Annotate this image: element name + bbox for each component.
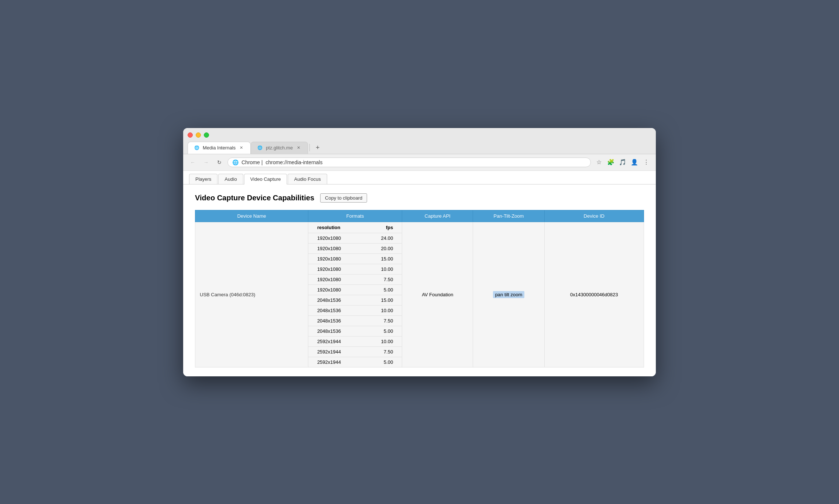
col-header-capture-api: Capture API: [402, 210, 473, 222]
format-cell: 1920x108024.00: [308, 233, 402, 243]
media-button[interactable]: 🎵: [617, 157, 628, 168]
tab-close-ptz[interactable]: ✕: [296, 145, 302, 151]
tab-audio[interactable]: Audio: [218, 174, 243, 184]
format-cell: 1920x108015.00: [308, 253, 402, 264]
format-cell: 1920x108020.00: [308, 243, 402, 253]
format-cell: 1920x10807.50: [308, 274, 402, 284]
format-cell: 2592x19447.50: [308, 346, 402, 357]
format-cell: 2592x19445.00: [308, 357, 402, 367]
page-content: Players Audio Video Capture Audio Focus …: [183, 171, 656, 376]
format-cell: 2048x153615.00: [308, 295, 402, 305]
device-name-cell: USB Camera (046d:0823): [195, 222, 308, 367]
tab-label-media-internals: Media Internals: [203, 145, 236, 151]
menu-icon: ⋮: [643, 159, 649, 166]
tab-favicon-ptz: 🌐: [257, 145, 263, 151]
format-cell: 2048x15367.50: [308, 315, 402, 326]
col-header-device-id: Device ID: [544, 210, 644, 222]
browser-actions: ☆ 🧩 🎵 👤 ⋮: [594, 157, 651, 168]
device-id-cell: 0x14300000046d0823: [544, 222, 644, 367]
url-address: chrome://media-internals: [266, 159, 322, 165]
extensions-icon: 🧩: [607, 159, 614, 166]
tab-video-capture[interactable]: Video Capture: [244, 174, 287, 184]
profile-icon: 👤: [631, 159, 638, 166]
traffic-lights: [188, 132, 651, 138]
tab-favicon-media-internals: 🌐: [194, 145, 200, 151]
format-cell: 1920x108010.00: [308, 264, 402, 274]
title-bar: 🌐 Media Internals ✕ 🌐 ptz.glitch.me ✕ +: [183, 128, 656, 154]
close-button[interactable]: [188, 132, 193, 138]
refresh-icon: ↻: [217, 159, 222, 165]
copy-to-clipboard-button[interactable]: Copy to clipboard: [320, 193, 367, 203]
section-header: Video Capture Device Capabilities Copy t…: [195, 193, 644, 203]
format-cell: resolutionfps: [308, 222, 402, 233]
tab-ptz[interactable]: 🌐 ptz.glitch.me ✕: [251, 142, 308, 154]
section-title: Video Capture Device Capabilities: [195, 194, 314, 202]
star-icon: ☆: [596, 159, 602, 166]
col-header-formats: Formats: [308, 210, 402, 222]
profile-button[interactable]: 👤: [629, 157, 640, 168]
tab-media-internals[interactable]: 🌐 Media Internals ✕: [188, 142, 251, 154]
refresh-button[interactable]: ↻: [214, 157, 225, 168]
tab-players[interactable]: Players: [189, 174, 218, 184]
forward-button[interactable]: →: [201, 157, 211, 168]
main-content: Video Capture Device Capabilities Copy t…: [183, 184, 656, 376]
capabilities-table: Device Name Formats Capture API Pan-Tilt…: [195, 210, 644, 367]
col-header-device-name: Device Name: [195, 210, 308, 222]
maximize-button[interactable]: [204, 132, 209, 138]
minimize-button[interactable]: [196, 132, 201, 138]
format-cell: 1920x10805.00: [308, 284, 402, 295]
capture-api-cell: AV Foundation: [402, 222, 473, 367]
url-bar[interactable]: 🌐 Chrome | chrome://media-internals: [227, 158, 591, 167]
table-row: USB Camera (046d:0823)resolutionfpsAV Fo…: [195, 222, 644, 233]
format-cell: 2048x153610.00: [308, 305, 402, 315]
back-button[interactable]: ←: [188, 157, 198, 168]
tab-label-ptz: ptz.glitch.me: [266, 145, 293, 151]
ptz-value: pan tilt zoom: [493, 291, 525, 298]
address-bar: ← → ↻ 🌐 Chrome | chrome://media-internal…: [183, 154, 656, 171]
format-cell: 2592x194410.00: [308, 336, 402, 346]
tab-separator: [309, 144, 310, 151]
media-icon: 🎵: [619, 159, 626, 166]
media-internals-tabs: Players Audio Video Capture Audio Focus: [183, 171, 656, 184]
browser-window: 🌐 Media Internals ✕ 🌐 ptz.glitch.me ✕ + …: [183, 128, 656, 376]
url-globe-icon: 🌐: [232, 159, 239, 165]
new-tab-button[interactable]: +: [311, 141, 324, 154]
format-cell: 2048x15365.00: [308, 326, 402, 336]
extensions-button[interactable]: 🧩: [606, 157, 616, 168]
tab-close-media-internals[interactable]: ✕: [239, 145, 244, 151]
table-header-row: Device Name Formats Capture API Pan-Tilt…: [195, 210, 644, 222]
url-prefix: Chrome |: [242, 159, 263, 165]
menu-button[interactable]: ⋮: [641, 157, 651, 168]
tab-audio-focus[interactable]: Audio Focus: [288, 174, 327, 184]
browser-tabs: 🌐 Media Internals ✕ 🌐 ptz.glitch.me ✕ +: [188, 141, 651, 154]
ptz-cell: pan tilt zoom: [473, 222, 544, 367]
back-icon: ←: [190, 159, 195, 165]
star-button[interactable]: ☆: [594, 157, 604, 168]
forward-icon: →: [203, 159, 209, 165]
col-header-ptz: Pan-Tilt-Zoom: [473, 210, 544, 222]
